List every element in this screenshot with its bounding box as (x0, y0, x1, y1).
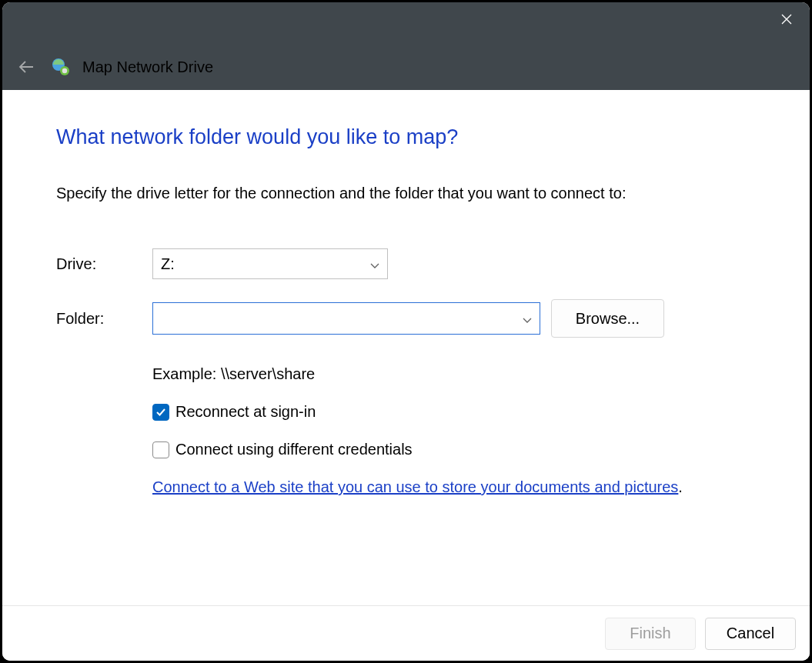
footer: Finish Cancel (2, 605, 810, 661)
folder-label: Folder: (56, 310, 152, 328)
reconnect-label: Reconnect at sign-in (175, 403, 316, 421)
back-button[interactable] (13, 54, 39, 80)
folder-combobox[interactable] (152, 302, 540, 335)
content-area: What network folder would you like to ma… (2, 90, 810, 605)
diffcreds-label: Connect using different credentials (175, 441, 413, 458)
network-drive-icon (50, 56, 72, 78)
cancel-button-label: Cancel (727, 625, 774, 642)
finish-button-label: Finish (630, 625, 670, 642)
map-network-drive-window: Map Network Drive What network folder wo… (2, 2, 810, 661)
website-link-line: Connect to a Web site that you can use t… (152, 478, 756, 496)
instruction-text: Specify the drive letter for the connect… (56, 185, 756, 202)
diffcreds-row[interactable]: Connect using different credentials (152, 441, 756, 458)
svg-point-5 (62, 68, 67, 73)
window-title: Map Network Drive (82, 58, 213, 76)
browse-button-label: Browse... (576, 310, 640, 328)
close-button[interactable] (764, 2, 810, 36)
drive-dropdown[interactable]: Z: (152, 248, 388, 279)
check-icon (155, 407, 166, 418)
finish-button: Finish (605, 618, 696, 650)
drive-value: Z: (161, 255, 175, 273)
website-link[interactable]: Connect to a Web site that you can use t… (152, 478, 678, 495)
diffcreds-checkbox[interactable] (152, 441, 169, 458)
header-strip: Map Network Drive (2, 44, 810, 90)
example-text: Example: \\server\share (152, 365, 756, 383)
cancel-button[interactable]: Cancel (705, 618, 796, 650)
reconnect-row[interactable]: Reconnect at sign-in (152, 403, 756, 421)
form-grid: Drive: Z: Folder: Browse.. (56, 248, 756, 338)
chevron-down-icon (523, 310, 532, 328)
link-period: . (678, 478, 683, 495)
titlebar (2, 2, 810, 44)
back-arrow-icon (18, 58, 35, 75)
sub-options: Example: \\server\share Reconnect at sig… (152, 365, 756, 496)
reconnect-checkbox[interactable] (152, 404, 169, 421)
close-icon (781, 14, 792, 25)
chevron-down-icon (370, 255, 379, 273)
drive-label: Drive: (56, 255, 152, 273)
page-heading: What network folder would you like to ma… (56, 125, 756, 149)
browse-button[interactable]: Browse... (551, 299, 664, 338)
